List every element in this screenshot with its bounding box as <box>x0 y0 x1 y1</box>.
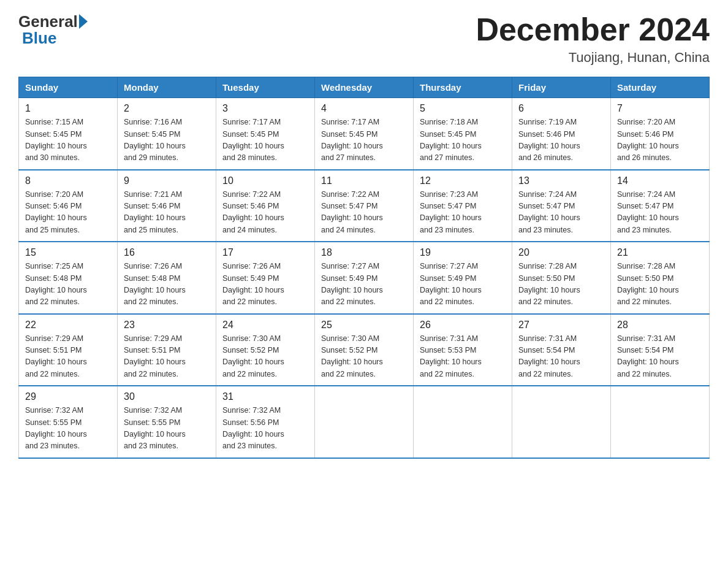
day-number: 16 <box>124 247 210 258</box>
day-info: Sunrise: 7:27 AM Sunset: 5:49 PM Dayligh… <box>321 261 407 308</box>
calendar-cell: 27 Sunrise: 7:31 AM Sunset: 5:54 PM Dayl… <box>512 314 611 386</box>
day-header-friday: Friday <box>512 77 611 98</box>
day-header-thursday: Thursday <box>414 77 512 98</box>
day-header-tuesday: Tuesday <box>216 77 315 98</box>
day-number: 28 <box>617 320 703 331</box>
day-number: 24 <box>222 320 308 331</box>
logo-blue: Blue <box>22 29 56 48</box>
day-number: 17 <box>222 247 308 258</box>
day-info: Sunrise: 7:19 AM Sunset: 5:46 PM Dayligh… <box>518 117 604 164</box>
day-number: 25 <box>321 320 407 331</box>
day-number: 15 <box>25 247 111 258</box>
day-info: Sunrise: 7:24 AM Sunset: 5:47 PM Dayligh… <box>518 189 604 237</box>
calendar-cell: 25 Sunrise: 7:30 AM Sunset: 5:52 PM Dayl… <box>315 314 414 386</box>
calendar-cell: 21 Sunrise: 7:28 AM Sunset: 5:50 PM Dayl… <box>611 242 710 314</box>
day-number: 10 <box>222 175 308 186</box>
day-info: Sunrise: 7:31 AM Sunset: 5:53 PM Dayligh… <box>420 333 506 381</box>
calendar-cell: 14 Sunrise: 7:24 AM Sunset: 5:47 PM Dayl… <box>611 170 710 242</box>
calendar-cell: 30 Sunrise: 7:32 AM Sunset: 5:55 PM Dayl… <box>118 386 216 458</box>
calendar-cell: 31 Sunrise: 7:32 AM Sunset: 5:56 PM Dayl… <box>216 386 315 458</box>
day-number: 20 <box>518 247 604 258</box>
days-header-row: SundayMondayTuesdayWednesdayThursdayFrid… <box>19 77 710 98</box>
day-info: Sunrise: 7:26 AM Sunset: 5:49 PM Dayligh… <box>222 261 308 308</box>
week-row-4: 22 Sunrise: 7:29 AM Sunset: 5:51 PM Dayl… <box>19 314 710 386</box>
title-section: December 2024 Tuojiang, Hunan, China <box>476 12 710 66</box>
day-header-saturday: Saturday <box>611 77 710 98</box>
day-info: Sunrise: 7:30 AM Sunset: 5:52 PM Dayligh… <box>321 333 407 381</box>
calendar-cell <box>611 386 710 458</box>
calendar-cell <box>414 386 512 458</box>
calendar-cell: 17 Sunrise: 7:26 AM Sunset: 5:49 PM Dayl… <box>216 242 315 314</box>
day-number: 9 <box>124 175 210 186</box>
day-header-wednesday: Wednesday <box>315 77 414 98</box>
day-info: Sunrise: 7:32 AM Sunset: 5:55 PM Dayligh… <box>25 405 111 453</box>
calendar-cell: 3 Sunrise: 7:17 AM Sunset: 5:45 PM Dayli… <box>216 98 315 170</box>
day-info: Sunrise: 7:28 AM Sunset: 5:50 PM Dayligh… <box>518 261 604 308</box>
calendar-cell: 28 Sunrise: 7:31 AM Sunset: 5:54 PM Dayl… <box>611 314 710 386</box>
day-number: 12 <box>420 175 506 186</box>
day-number: 2 <box>124 103 210 114</box>
day-number: 27 <box>518 320 604 331</box>
day-header-sunday: Sunday <box>19 77 118 98</box>
day-info: Sunrise: 7:22 AM Sunset: 5:47 PM Dayligh… <box>321 189 407 237</box>
logo-arrow-icon <box>79 14 88 29</box>
day-info: Sunrise: 7:28 AM Sunset: 5:50 PM Dayligh… <box>617 261 703 308</box>
calendar-cell <box>315 386 414 458</box>
day-number: 8 <box>25 175 111 186</box>
logo: General Blue <box>18 12 88 48</box>
day-number: 30 <box>124 391 210 402</box>
day-number: 19 <box>420 247 506 258</box>
day-number: 21 <box>617 247 703 258</box>
day-info: Sunrise: 7:22 AM Sunset: 5:46 PM Dayligh… <box>222 189 308 237</box>
calendar-cell: 23 Sunrise: 7:29 AM Sunset: 5:51 PM Dayl… <box>118 314 216 386</box>
calendar-cell: 19 Sunrise: 7:27 AM Sunset: 5:49 PM Dayl… <box>414 242 512 314</box>
day-number: 23 <box>124 320 210 331</box>
location-title: Tuojiang, Hunan, China <box>476 50 710 66</box>
day-number: 3 <box>222 103 308 114</box>
day-number: 11 <box>321 175 407 186</box>
day-number: 7 <box>617 103 703 114</box>
day-number: 31 <box>222 391 308 402</box>
calendar-cell: 15 Sunrise: 7:25 AM Sunset: 5:48 PM Dayl… <box>19 242 118 314</box>
week-row-3: 15 Sunrise: 7:25 AM Sunset: 5:48 PM Dayl… <box>19 242 710 314</box>
day-number: 18 <box>321 247 407 258</box>
calendar-cell: 10 Sunrise: 7:22 AM Sunset: 5:46 PM Dayl… <box>216 170 315 242</box>
calendar-cell: 6 Sunrise: 7:19 AM Sunset: 5:46 PM Dayli… <box>512 98 611 170</box>
day-info: Sunrise: 7:20 AM Sunset: 5:46 PM Dayligh… <box>617 117 703 164</box>
page-header: General Blue December 2024 Tuojiang, Hun… <box>18 12 710 66</box>
day-number: 26 <box>420 320 506 331</box>
day-info: Sunrise: 7:20 AM Sunset: 5:46 PM Dayligh… <box>25 189 111 237</box>
day-info: Sunrise: 7:21 AM Sunset: 5:46 PM Dayligh… <box>124 189 210 237</box>
day-info: Sunrise: 7:17 AM Sunset: 5:45 PM Dayligh… <box>222 117 308 164</box>
calendar-cell: 2 Sunrise: 7:16 AM Sunset: 5:45 PM Dayli… <box>118 98 216 170</box>
day-info: Sunrise: 7:32 AM Sunset: 5:56 PM Dayligh… <box>222 405 308 453</box>
calendar-cell: 20 Sunrise: 7:28 AM Sunset: 5:50 PM Dayl… <box>512 242 611 314</box>
month-title: December 2024 <box>476 12 710 47</box>
day-info: Sunrise: 7:17 AM Sunset: 5:45 PM Dayligh… <box>321 117 407 164</box>
calendar-cell: 22 Sunrise: 7:29 AM Sunset: 5:51 PM Dayl… <box>19 314 118 386</box>
day-info: Sunrise: 7:31 AM Sunset: 5:54 PM Dayligh… <box>518 333 604 381</box>
day-header-monday: Monday <box>118 77 216 98</box>
calendar-cell: 18 Sunrise: 7:27 AM Sunset: 5:49 PM Dayl… <box>315 242 414 314</box>
calendar-cell: 7 Sunrise: 7:20 AM Sunset: 5:46 PM Dayli… <box>611 98 710 170</box>
day-number: 4 <box>321 103 407 114</box>
day-info: Sunrise: 7:23 AM Sunset: 5:47 PM Dayligh… <box>420 189 506 237</box>
calendar-cell: 5 Sunrise: 7:18 AM Sunset: 5:45 PM Dayli… <box>414 98 512 170</box>
day-number: 6 <box>518 103 604 114</box>
calendar-cell: 16 Sunrise: 7:26 AM Sunset: 5:48 PM Dayl… <box>118 242 216 314</box>
day-info: Sunrise: 7:26 AM Sunset: 5:48 PM Dayligh… <box>124 261 210 308</box>
calendar-cell: 9 Sunrise: 7:21 AM Sunset: 5:46 PM Dayli… <box>118 170 216 242</box>
calendar-cell: 1 Sunrise: 7:15 AM Sunset: 5:45 PM Dayli… <box>19 98 118 170</box>
day-info: Sunrise: 7:18 AM Sunset: 5:45 PM Dayligh… <box>420 117 506 164</box>
day-info: Sunrise: 7:29 AM Sunset: 5:51 PM Dayligh… <box>124 333 210 381</box>
calendar-cell: 29 Sunrise: 7:32 AM Sunset: 5:55 PM Dayl… <box>19 386 118 458</box>
day-info: Sunrise: 7:25 AM Sunset: 5:48 PM Dayligh… <box>25 261 111 308</box>
day-number: 14 <box>617 175 703 186</box>
week-row-5: 29 Sunrise: 7:32 AM Sunset: 5:55 PM Dayl… <box>19 386 710 458</box>
day-info: Sunrise: 7:30 AM Sunset: 5:52 PM Dayligh… <box>222 333 308 381</box>
week-row-1: 1 Sunrise: 7:15 AM Sunset: 5:45 PM Dayli… <box>19 98 710 170</box>
day-number: 22 <box>25 320 111 331</box>
day-number: 13 <box>518 175 604 186</box>
calendar-cell: 11 Sunrise: 7:22 AM Sunset: 5:47 PM Dayl… <box>315 170 414 242</box>
day-number: 1 <box>25 103 111 114</box>
